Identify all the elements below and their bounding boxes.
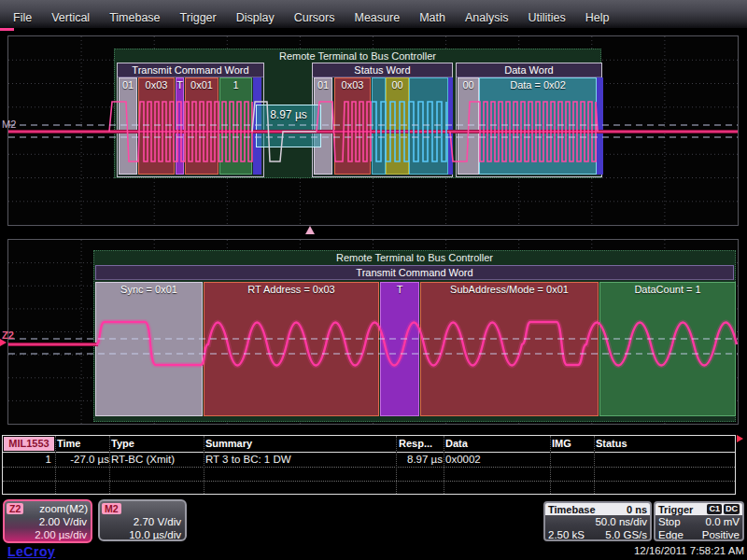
lower-waveform-grid: Remote Terminal to Bus Controller Transm… — [7, 239, 739, 425]
protocol-badge[interactable]: MIL1553 — [4, 437, 54, 451]
col-img: IMG — [552, 438, 571, 449]
tcw-subaddress-field: 0x01 — [185, 77, 218, 175]
row-separator — [3, 467, 735, 468]
z2-tdiv: 2.00 µs/div — [5, 528, 91, 541]
system-datetime: 12/16/2011 7:58:21 AM — [634, 545, 744, 556]
lower-decode-title: Remote Terminal to Bus Controller — [94, 251, 735, 264]
row-index: 1 — [3, 454, 51, 465]
trigger-label: Trigger — [658, 504, 693, 515]
z2-source: zoom(M2) — [39, 503, 88, 514]
timebase-offset: 0 ns — [627, 504, 647, 515]
timebase-rate: 5.0 GS/s — [605, 528, 647, 541]
col-resp: Resp... — [399, 438, 432, 449]
z2-channel-descriptor[interactable]: Z2 zoom(M2) 2.00 V/div 2.00 µs/div — [3, 499, 92, 543]
trigger-type: Edge — [658, 528, 684, 541]
trigger-slope: Positive — [702, 528, 740, 541]
row-separator — [3, 481, 735, 482]
z-tr-field: T — [380, 282, 419, 416]
timebase-samples: 2.50 kS — [548, 528, 585, 541]
col-divider — [109, 436, 110, 494]
z-sync-field: Sync = 0x01 — [95, 282, 203, 416]
tcw-sync-field: 01 — [119, 77, 137, 175]
col-divider — [55, 436, 56, 494]
z2-badge: Z2 — [7, 503, 23, 514]
upper-decode-title: Remote Terminal to Bus Controller — [115, 49, 600, 63]
m2-tdiv: 10.0 µs/div — [100, 528, 185, 541]
menu-vertical[interactable]: Vertical — [51, 11, 90, 24]
col-divider — [594, 436, 595, 494]
menu-measure[interactable]: Measure — [354, 11, 400, 24]
m2-channel-descriptor[interactable]: M2 2.70 V/div 10.0 µs/div — [98, 499, 187, 541]
z2-vdiv: 2.00 V/div — [5, 515, 91, 528]
decode-result-table: MIL1553 Time Type Summary Resp... Data I… — [2, 435, 736, 495]
sw-flags-field-1 — [372, 77, 386, 175]
tcw-tr-field: T — [176, 77, 184, 175]
timebase-label: Timebase — [548, 504, 596, 515]
menu-trigger[interactable]: Trigger — [180, 11, 217, 24]
m2-vdiv: 2.70 V/div — [100, 515, 185, 528]
m2-trace-label[interactable]: M2 — [2, 119, 16, 130]
row-time: -27.0 µs — [57, 454, 109, 465]
col-status: Status — [596, 438, 627, 449]
sw-status-field: 00 — [386, 77, 409, 175]
sw-rtaddress-field: 0x03 — [334, 77, 371, 175]
z-subaddress-field: SubAddress/Mode = 0x01 — [420, 282, 599, 416]
m2-badge: M2 — [102, 503, 121, 514]
row-data: 0x0002 — [445, 454, 481, 465]
menu-timebase[interactable]: Timebase — [109, 11, 160, 24]
col-divider — [204, 436, 204, 494]
response-time-measure-box: 8.97 µs — [256, 105, 321, 147]
lower-word-title: Transmit Command Word — [96, 266, 733, 280]
tcw-datacount-field: 1 — [219, 77, 252, 175]
col-summary: Summary — [205, 438, 252, 449]
col-type: Type — [111, 438, 134, 449]
menu-cursors[interactable]: Cursors — [294, 11, 335, 24]
sw-flags-field-2 — [409, 77, 448, 175]
timebase-descriptor[interactable]: Timebase 0 ns 50.0 ns/div 2.50 kS 5.0 GS… — [543, 501, 652, 541]
trigger-source-badge: C1 — [707, 504, 722, 514]
dw-parity-bar — [597, 77, 603, 175]
menu-help[interactable]: Help — [585, 11, 610, 24]
menu-file[interactable]: File — [13, 11, 32, 24]
col-divider — [396, 436, 397, 494]
trigger-descriptor[interactable]: Trigger C1 DC Stop 0.0 mV Edge Positive — [654, 501, 744, 541]
header-underline — [3, 452, 735, 453]
menu-analysis[interactable]: Analysis — [465, 11, 509, 24]
menu-utilities[interactable]: Utilities — [528, 11, 565, 24]
row-type: RT-BC (Xmit) — [111, 454, 175, 465]
data-word-header: Data Word — [457, 63, 601, 77]
lecroy-logo: LeCroy — [7, 544, 55, 559]
z2-level-arrow[interactable] — [0, 339, 7, 346]
col-time: Time — [57, 438, 80, 449]
oscilloscope-screen: File Vertical Timebase Trigger Display C… — [0, 0, 747, 560]
row-summary: RT 3 to BC: 1 DW — [205, 454, 291, 465]
dw-sync-field: 00 — [458, 77, 479, 175]
menu-math[interactable]: Math — [419, 11, 445, 24]
channel-position-tick — [0, 28, 14, 31]
trigger-level: 0.0 mV — [706, 515, 740, 528]
transmit-command-word-header: Transmit Command Word — [118, 63, 263, 77]
upper-waveform-grid: Remote Terminal to Bus Controller Transm… — [7, 35, 739, 226]
status-word-header: Status Word — [313, 63, 452, 77]
menu-bar: File Vertical Timebase Trigger Display C… — [0, 0, 747, 28]
col-data: Data — [445, 438, 468, 449]
timebase-tdiv: 50.0 ns/div — [595, 515, 647, 528]
row-resp: 8.97 µs — [393, 454, 443, 465]
col-divider — [444, 436, 444, 494]
lower-word-band: Transmit Command Word — [95, 265, 734, 280]
dw-data-field: Data = 0x02 — [479, 77, 597, 175]
trigger-coupling-badge: DC — [724, 504, 740, 514]
trigger-position-marker[interactable] — [305, 226, 315, 234]
trigger-mode: Stop — [658, 515, 681, 528]
z-rtaddress-field: RT Address = 0x03 — [204, 282, 379, 416]
tcw-rtaddress-field: 0x03 — [138, 77, 175, 175]
sw-parity-bar — [448, 77, 453, 175]
z-datacount-field: DataCount = 1 — [599, 282, 736, 416]
col-divider — [550, 436, 551, 494]
response-time-value: 8.97 µs — [257, 108, 320, 121]
table-scroll-arrow[interactable] — [737, 435, 743, 442]
menu-display[interactable]: Display — [236, 11, 275, 24]
